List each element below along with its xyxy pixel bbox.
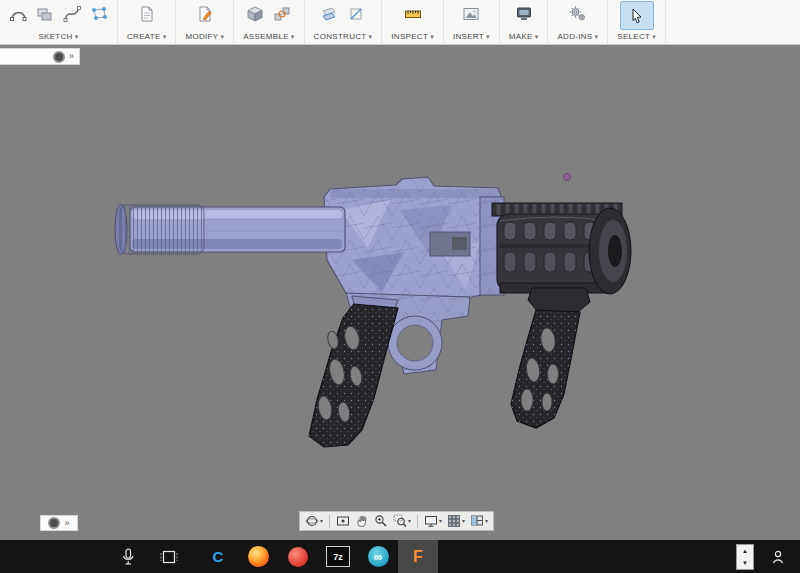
toolbar-group-modify: MODIFY ▾ bbox=[176, 0, 234, 44]
toolbar-group-assemble: ASSEMBLE ▾ bbox=[234, 0, 304, 44]
make-menu-label: MAKE bbox=[509, 32, 533, 41]
infinity-app-icon: ∞ bbox=[368, 546, 389, 567]
panel-grip-icon[interactable] bbox=[53, 51, 65, 63]
front-grip[interactable] bbox=[511, 288, 590, 428]
taskbar-app-red[interactable] bbox=[278, 540, 318, 573]
chevron-down-icon: ▾ bbox=[462, 518, 465, 524]
create-menu-label: CREATE bbox=[127, 32, 161, 41]
taskbar-app-code[interactable]: C bbox=[198, 540, 238, 573]
assemble-joint-icon[interactable] bbox=[273, 5, 291, 23]
chevron-expand-icon[interactable]: » bbox=[69, 52, 74, 61]
chevron-down-icon: ▾ bbox=[320, 518, 323, 524]
scroll-down-icon[interactable]: ▼ bbox=[742, 560, 748, 566]
chevron-down-icon: ▾ bbox=[535, 33, 539, 40]
chevron-down-icon: ▾ bbox=[430, 33, 434, 40]
make-menu-button[interactable]: MAKE ▾ bbox=[509, 32, 539, 41]
task-view-button[interactable] bbox=[160, 549, 178, 565]
toolbar-group-insert: INSERT ▾ bbox=[444, 0, 500, 44]
taskbar-app-firefox[interactable] bbox=[238, 540, 278, 573]
sketch-points-network-icon[interactable] bbox=[90, 5, 108, 23]
create-form-icon[interactable] bbox=[138, 5, 156, 23]
sketch-menu-button[interactable]: SKETCH ▾ bbox=[38, 32, 78, 41]
inspect-measure-ruler-icon[interactable] bbox=[404, 5, 422, 23]
add-ins-menu-button[interactable]: ADD-INS ▾ bbox=[557, 32, 598, 41]
chevron-down-icon: ▾ bbox=[163, 33, 167, 40]
fusion-360-icon: F bbox=[413, 548, 423, 566]
sketch-arc-icon[interactable] bbox=[9, 5, 27, 23]
toolbar-group-sketch: SKETCH ▾ bbox=[0, 0, 118, 44]
select-cursor-icon[interactable] bbox=[628, 7, 646, 25]
select-menu-button[interactable]: SELECT ▾ bbox=[617, 32, 656, 41]
toolbar-group-select: SELECT ▾ bbox=[608, 0, 666, 44]
panel-grip-icon[interactable] bbox=[48, 517, 60, 529]
taskbar-app-7zip[interactable]: 7z bbox=[318, 540, 358, 573]
pan-button[interactable] bbox=[354, 514, 370, 528]
chevron-down-icon: ▾ bbox=[594, 33, 598, 40]
receiver-body[interactable] bbox=[324, 177, 503, 301]
sketch-spline-icon[interactable] bbox=[63, 5, 81, 23]
taskbar-app-infinity[interactable]: ∞ bbox=[358, 540, 398, 573]
insert-image-icon[interactable] bbox=[462, 5, 480, 23]
select-tool-active-highlight bbox=[620, 1, 654, 30]
fusion-app-window: SKETCH ▾ CREATE ▾ MODIFY bbox=[0, 0, 800, 573]
zoom-window-button[interactable]: ▾ bbox=[392, 514, 412, 528]
construct-plane-icon[interactable] bbox=[320, 5, 338, 23]
front-handguard[interactable] bbox=[480, 197, 631, 295]
navbar-divider bbox=[417, 515, 418, 528]
chevron-down-icon: ▾ bbox=[75, 33, 79, 40]
windows-taskbar: C 7z ∞ F ▲ ▼ bbox=[0, 540, 800, 573]
add-ins-gears-icon[interactable] bbox=[569, 5, 587, 23]
chevron-down-icon: ▾ bbox=[486, 33, 490, 40]
microphone-button[interactable] bbox=[120, 547, 136, 567]
firefox-icon bbox=[248, 546, 269, 567]
display-settings-button[interactable]: ▾ bbox=[423, 514, 443, 528]
modify-press-pull-icon[interactable] bbox=[196, 5, 214, 23]
trigger-guard-hole bbox=[397, 325, 433, 361]
viewports-button[interactable]: ▾ bbox=[469, 514, 489, 528]
barrel[interactable] bbox=[115, 205, 345, 255]
modify-menu-button[interactable]: MODIFY ▾ bbox=[185, 32, 224, 41]
assemble-component-icon[interactable] bbox=[246, 5, 264, 23]
assemble-menu-button[interactable]: ASSEMBLE ▾ bbox=[243, 32, 294, 41]
sketch-rectangle-icon[interactable] bbox=[36, 5, 54, 23]
toolbar-group-construct: CONSTRUCT ▾ bbox=[305, 0, 383, 44]
ribbon-toolbar: SKETCH ▾ CREATE ▾ MODIFY bbox=[0, 0, 800, 45]
scroll-up-icon[interactable]: ▲ bbox=[742, 548, 748, 554]
toolbar-group-create: CREATE ▾ bbox=[118, 0, 176, 44]
grid-snaps-button[interactable]: ▾ bbox=[446, 514, 466, 528]
create-menu-button[interactable]: CREATE ▾ bbox=[127, 32, 166, 41]
point-marker[interactable] bbox=[564, 174, 571, 181]
taskbar-pinned-apps: C 7z ∞ F bbox=[198, 540, 438, 573]
construct-menu-button[interactable]: CONSTRUCT ▾ bbox=[314, 32, 373, 41]
select-menu-label: SELECT bbox=[617, 32, 650, 41]
sketch-menu-label: SKETCH bbox=[38, 32, 72, 41]
toolbar-spacer bbox=[666, 0, 800, 44]
orbit-button[interactable]: ▾ bbox=[304, 514, 324, 528]
inspect-menu-button[interactable]: INSPECT ▾ bbox=[391, 32, 434, 41]
chevron-down-icon: ▾ bbox=[439, 518, 442, 524]
toolbar-group-inspect: INSPECT ▾ bbox=[382, 0, 444, 44]
chevron-expand-icon[interactable]: » bbox=[64, 519, 69, 528]
navbar-divider bbox=[329, 515, 330, 528]
chevron-down-icon: ▾ bbox=[408, 518, 411, 524]
make-3d-print-icon[interactable] bbox=[515, 5, 533, 23]
taskbar-app-fusion-360[interactable]: F bbox=[398, 540, 438, 573]
toolbar-group-make: MAKE ▾ bbox=[500, 0, 549, 44]
add-ins-menu-label: ADD-INS bbox=[557, 32, 592, 41]
insert-menu-button[interactable]: INSERT ▾ bbox=[453, 32, 490, 41]
look-at-button[interactable] bbox=[335, 514, 351, 528]
browser-panel-collapse-handle[interactable]: » bbox=[0, 48, 80, 65]
zoom-button[interactable] bbox=[373, 514, 389, 528]
7zip-icon: 7z bbox=[326, 546, 350, 567]
construct-axis-icon[interactable] bbox=[347, 5, 365, 23]
taskbar-right-area: ▲ ▼ bbox=[736, 544, 788, 570]
3d-viewport-canvas[interactable]: » » ▾ ▾ bbox=[0, 45, 800, 540]
rear-grip[interactable] bbox=[309, 296, 398, 447]
taskbar-overflow-scroll[interactable]: ▲ ▼ bbox=[736, 544, 754, 570]
chevron-down-icon: ▾ bbox=[291, 33, 295, 40]
timeline-collapse-handle[interactable]: » bbox=[40, 515, 78, 531]
people-button[interactable] bbox=[770, 549, 788, 565]
chevron-down-icon: ▾ bbox=[652, 33, 656, 40]
view-navigation-bar: ▾ ▾ ▾ ▾ bbox=[299, 511, 494, 531]
gun-3d-mesh-model[interactable] bbox=[0, 45, 800, 540]
